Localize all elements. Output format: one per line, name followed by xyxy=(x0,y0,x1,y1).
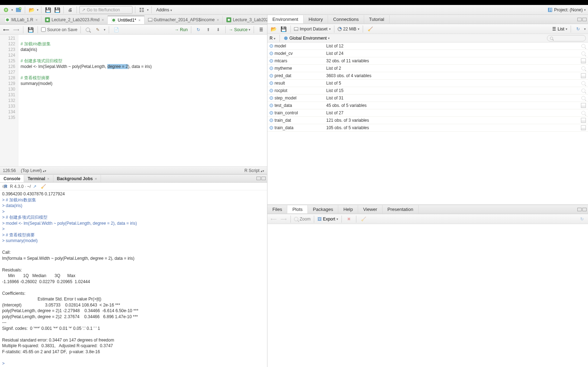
inspect-icon[interactable] xyxy=(581,81,585,85)
environment-item[interactable]: pred_dat3603 obs. of 4 variables xyxy=(267,72,588,80)
maximize-pane-icon[interactable] xyxy=(582,208,587,211)
environment-item[interactable]: model_cvList of 24 xyxy=(267,50,588,57)
load-workspace-button[interactable]: 📂 xyxy=(270,25,277,33)
files-tab[interactable]: Plots xyxy=(287,205,308,213)
expand-icon[interactable] xyxy=(270,59,273,63)
project-menu[interactable]: RProject: (None) ▾ xyxy=(548,7,586,12)
table-icon[interactable] xyxy=(581,125,586,130)
addins-menu[interactable]: Addins ▾ xyxy=(154,7,174,12)
console-tab[interactable]: Terminal × xyxy=(24,175,53,182)
list-view-toggle[interactable]: ☰ List ▾ xyxy=(552,27,567,31)
language-selector[interactable]: R ▾ xyxy=(270,36,276,41)
editor-tab[interactable]: MLLab_1.R× xyxy=(1,16,41,24)
save-button[interactable]: 💾 xyxy=(44,6,52,14)
table-icon[interactable] xyxy=(581,73,586,78)
remove-plot-button[interactable]: ✖ xyxy=(345,215,353,223)
back-button[interactable]: ⟵ xyxy=(2,26,10,34)
import-dataset-button[interactable]: Import Dataset ▾ xyxy=(294,27,331,31)
environment-item[interactable]: train_dat121 obs. of 3 variables xyxy=(267,117,588,124)
table-icon[interactable] xyxy=(581,103,586,108)
console-tab[interactable]: Background Jobs × xyxy=(53,175,101,182)
files-tab[interactable]: Packages xyxy=(308,205,338,213)
save-all-button[interactable]: 💾 xyxy=(53,6,61,14)
expand-icon[interactable] xyxy=(270,74,273,78)
refresh-plot-button[interactable]: ↻ xyxy=(578,215,586,223)
prev-plot-button[interactable]: ⟵ xyxy=(270,215,277,223)
rerun-button[interactable]: ↻ xyxy=(194,26,202,34)
clear-plots-button[interactable]: 🧹 xyxy=(360,215,367,223)
editor-tab[interactable]: Untitled1*× xyxy=(108,16,144,24)
new-project-button[interactable] xyxy=(15,6,22,14)
scope-selector[interactable]: Global Environment ▾ xyxy=(284,36,330,41)
expand-icon[interactable] xyxy=(270,52,273,55)
expand-icon[interactable] xyxy=(270,67,273,70)
tools-button[interactable] xyxy=(138,6,146,14)
env-tab[interactable]: Environment xyxy=(267,15,304,23)
minimize-pane-icon[interactable] xyxy=(256,177,261,180)
files-tab[interactable]: Files xyxy=(267,205,287,213)
expand-icon[interactable] xyxy=(270,81,273,85)
inspect-icon[interactable] xyxy=(581,51,585,55)
document-outline-button[interactable]: 📄 xyxy=(112,26,120,34)
print-button[interactable]: 🖨 xyxy=(66,6,74,14)
files-tab[interactable]: Viewer xyxy=(358,205,383,213)
minimize-pane-icon[interactable] xyxy=(577,18,582,21)
maximize-pane-icon[interactable] xyxy=(582,18,587,21)
editor-tab[interactable]: Guttmacher_2014_APS$income× xyxy=(145,16,223,24)
table-icon[interactable] xyxy=(581,118,586,123)
console-popout-icon[interactable]: ↗ xyxy=(33,184,36,189)
clear-console-icon[interactable]: 🧹 xyxy=(41,184,46,189)
run-button[interactable]: → Run xyxy=(175,27,188,32)
files-tab[interactable]: Help xyxy=(338,205,358,213)
env-tab[interactable]: Connections xyxy=(328,15,364,23)
expand-icon[interactable] xyxy=(270,89,273,92)
source-prev-button[interactable]: ⬆ xyxy=(204,26,212,34)
code-editor[interactable]: 1211221231241251261271281291301311321331… xyxy=(0,35,267,166)
environment-search[interactable] xyxy=(547,35,586,41)
memory-usage[interactable]: 22 MiB ▾ xyxy=(338,27,360,31)
refresh-button[interactable]: ↻ xyxy=(574,25,582,33)
forward-button[interactable]: ⟶ xyxy=(12,26,20,34)
environment-item[interactable]: modelList of 12 xyxy=(267,42,588,50)
export-button[interactable]: 🖼Export ▾ xyxy=(317,217,339,222)
open-file-button[interactable]: 📂 xyxy=(28,6,35,14)
console-tab[interactable]: Console xyxy=(0,175,24,182)
expand-icon[interactable] xyxy=(270,96,273,100)
inspect-icon[interactable] xyxy=(581,66,585,70)
close-icon[interactable]: × xyxy=(217,18,219,22)
inspect-icon[interactable] xyxy=(581,88,585,92)
source-script-button[interactable]: → Source ▾ xyxy=(229,27,250,32)
save-workspace-button[interactable]: 💾 xyxy=(279,25,287,33)
new-file-button[interactable] xyxy=(2,6,10,14)
outline-toggle-button[interactable]: ☰ xyxy=(257,26,265,34)
goto-file-input[interactable]: ↗Go to file/function xyxy=(79,6,132,14)
environment-item[interactable]: mythemeList of 2 xyxy=(267,65,588,72)
scope-indicator[interactable]: (Top Level) ▴▾ xyxy=(21,168,47,173)
env-tab[interactable]: Tutorial xyxy=(364,15,390,23)
minimize-pane-icon[interactable] xyxy=(577,208,582,211)
source-next-button[interactable]: ⬇ xyxy=(214,26,222,34)
env-tab[interactable]: History xyxy=(304,15,328,23)
close-icon[interactable]: × xyxy=(102,18,104,22)
expand-icon[interactable] xyxy=(270,104,273,107)
inspect-icon[interactable] xyxy=(581,96,585,100)
expand-icon[interactable] xyxy=(270,111,273,115)
next-plot-button[interactable]: ⟶ xyxy=(279,215,287,223)
clear-workspace-button[interactable]: 🧹 xyxy=(366,25,374,33)
file-type-indicator[interactable]: R Script ▴▾ xyxy=(244,168,264,173)
source-on-save-checkbox[interactable]: Source on Save xyxy=(41,27,77,32)
expand-icon[interactable] xyxy=(270,119,273,122)
environment-item[interactable]: step_modelList of 31 xyxy=(267,94,588,102)
zoom-button[interactable]: Zoom xyxy=(294,217,311,222)
table-icon[interactable] xyxy=(581,58,586,63)
close-icon[interactable]: × xyxy=(35,18,38,22)
close-icon[interactable]: × xyxy=(138,18,140,22)
files-tab[interactable]: Presentation xyxy=(383,205,419,213)
editor-tab[interactable]: Lecture_2_Lab2023.Rmd× xyxy=(41,16,108,24)
save-source-button[interactable]: 💾 xyxy=(27,26,34,34)
environment-item[interactable]: train_data105 obs. of 5 variables xyxy=(267,124,588,132)
environment-item[interactable]: resultList of 5 xyxy=(267,80,588,87)
inspect-icon[interactable] xyxy=(581,111,585,115)
environment-item[interactable]: mtcars32 obs. of 11 variables xyxy=(267,57,588,65)
expand-icon[interactable] xyxy=(270,44,273,48)
